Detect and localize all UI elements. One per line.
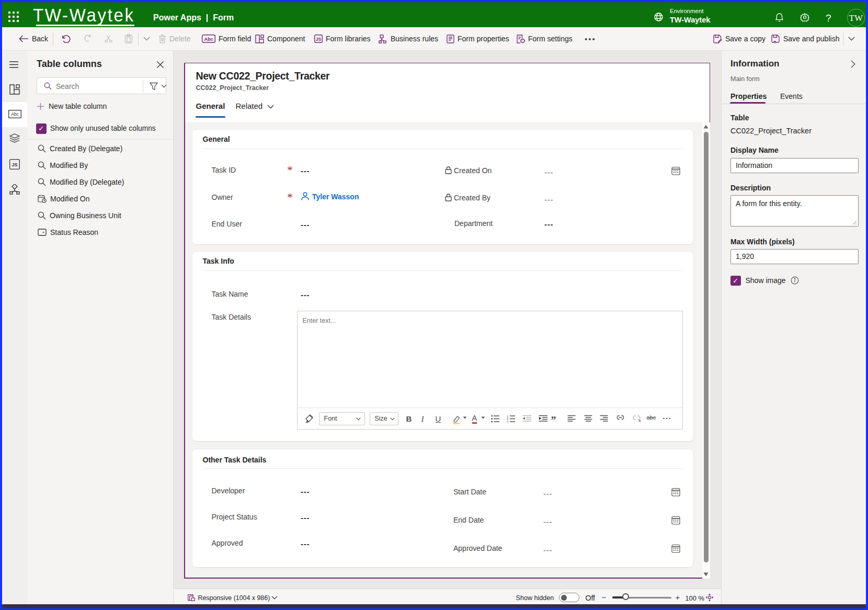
svg-text:JS: JS [12, 162, 17, 167]
svg-text:Abc: Abc [11, 111, 19, 117]
svg-text:3: 3 [507, 420, 509, 423]
svg-text:JS: JS [316, 37, 322, 42]
svg-text:Abc: Abc [204, 37, 213, 42]
